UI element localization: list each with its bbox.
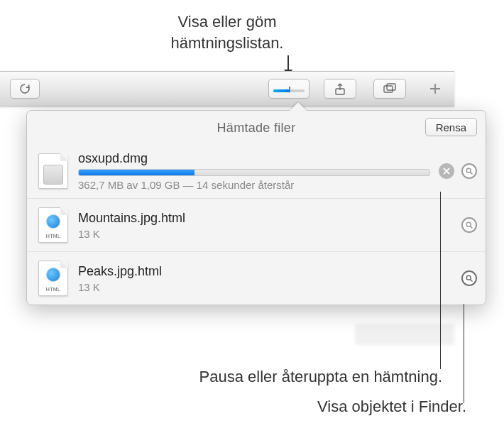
clear-button-label: Rensa <box>436 121 466 133</box>
svg-point-3 <box>466 168 471 173</box>
shadow-decoration <box>355 324 454 345</box>
download-filename: osxupd.dmg <box>78 151 430 166</box>
svg-point-4 <box>466 222 471 226</box>
show-in-finder-button[interactable] <box>461 270 477 286</box>
svg-rect-2 <box>387 84 395 90</box>
download-actions <box>461 217 477 233</box>
disk-image-icon <box>37 152 70 190</box>
leader-line <box>440 192 441 369</box>
share-button[interactable] <box>324 79 356 99</box>
callout-text: Visa eller göm hämtningslistan. <box>171 13 284 52</box>
downloads-popover: Hämtade filer Rensa osxupd.dmg 362,7 MB … <box>26 110 486 305</box>
clear-button[interactable]: Rensa <box>425 118 477 136</box>
download-filename: Mountains.jpg.html <box>78 211 453 226</box>
tabs-icon <box>383 83 397 94</box>
magnifier-icon <box>466 221 473 229</box>
reload-icon <box>19 83 31 94</box>
plus-icon <box>428 82 442 96</box>
show-in-finder-button[interactable] <box>461 217 477 233</box>
download-status: 362,7 MB av 1,09 GB — 14 sekunder återst… <box>78 179 430 191</box>
download-status: 13 K <box>78 281 453 293</box>
html-file-icon: HTML <box>37 206 70 244</box>
close-icon <box>443 168 450 175</box>
magnifier-icon <box>466 275 473 283</box>
svg-point-5 <box>466 275 471 280</box>
downloads-list: osxupd.dmg 362,7 MB av 1,09 GB — 14 seku… <box>27 144 486 305</box>
download-info: osxupd.dmg 362,7 MB av 1,09 GB — 14 seku… <box>78 151 430 191</box>
downloads-button[interactable] <box>268 79 309 99</box>
leader-line <box>464 304 464 403</box>
popover-title: Hämtade filer <box>27 111 486 144</box>
browser-toolbar <box>0 71 454 106</box>
callout-show-in-finder: Visa objektet i Finder. <box>220 398 466 416</box>
popover-title-text: Hämtade filer <box>217 121 296 135</box>
download-item[interactable]: HTML Peaks.jpg.html 13 K <box>27 251 486 305</box>
stop-download-button[interactable] <box>439 163 454 179</box>
show-in-finder-button[interactable] <box>461 163 477 179</box>
callout-pause-resume: Pausa eller återuppta en hämtning. <box>105 368 442 386</box>
magnifier-icon <box>466 168 473 175</box>
download-item[interactable]: osxupd.dmg 362,7 MB av 1,09 GB — 14 seku… <box>27 144 486 198</box>
download-info: Peaks.jpg.html 13 K <box>78 264 453 293</box>
reload-button[interactable] <box>10 79 40 99</box>
download-actions <box>439 163 477 179</box>
download-info: Mountains.jpg.html 13 K <box>78 211 453 240</box>
svg-rect-1 <box>384 86 393 92</box>
download-status: 13 K <box>78 228 453 240</box>
share-icon <box>334 83 346 96</box>
new-tab-button[interactable] <box>422 79 449 99</box>
callout-show-hide-downloads: Visa eller göm hämtningslistan. <box>121 11 334 53</box>
download-filename: Peaks.jpg.html <box>78 264 453 279</box>
callout-text: Visa objektet i Finder. <box>317 398 466 415</box>
download-progress-bar <box>78 169 430 176</box>
tabs-button[interactable] <box>373 79 406 99</box>
html-file-icon: HTML <box>37 259 70 297</box>
downloads-mini-progress <box>273 89 305 92</box>
download-item[interactable]: HTML Mountains.jpg.html 13 K <box>27 198 486 251</box>
callout-text: Pausa eller återuppta en hämtning. <box>199 368 442 385</box>
download-actions <box>461 270 477 286</box>
